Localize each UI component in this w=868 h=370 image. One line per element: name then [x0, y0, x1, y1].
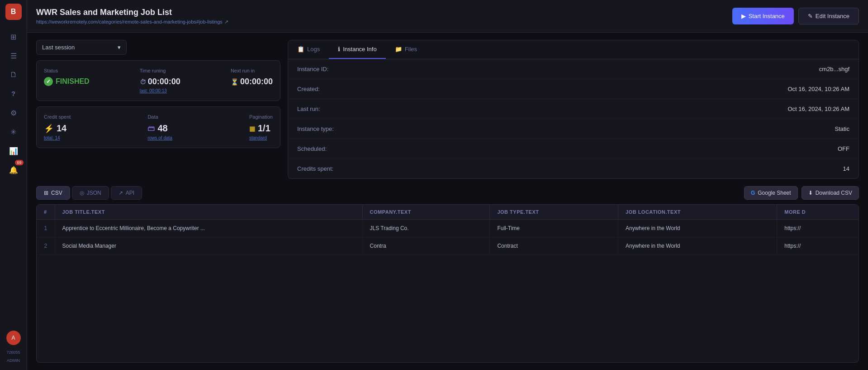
cell-job-title-2: Social Media Manager	[55, 237, 362, 255]
tab-json[interactable]: ◎ JSON	[72, 186, 109, 200]
page-url[interactable]: https://weworkremotely.com/categories/re…	[36, 19, 228, 25]
database-icon: 🗃	[147, 125, 155, 133]
table-row: 2 Social Media Manager Contra Contract A…	[37, 237, 859, 255]
data-sub[interactable]: rows of data	[147, 135, 172, 140]
topbar-actions: ▶ Start Instance ✎ Edit Instance	[732, 8, 859, 24]
main-area: WWR Sales and Marketing Job List https:/…	[27, 0, 868, 370]
pagination-block: Pagination ▦ 1/1 standard	[249, 114, 273, 140]
help-icon[interactable]: ?	[5, 86, 22, 102]
last-run-link[interactable]: last: 00:00:13	[140, 88, 180, 93]
instance-info-table: Instance ID: cm2b...shgf Created: Oct 16…	[288, 59, 859, 178]
user-credits: 726055	[6, 350, 20, 355]
credit-block: Credit spent ⚡ 14 total: 14	[44, 114, 71, 140]
instance-type-key: Instance type:	[297, 125, 334, 132]
folder-icon: 📁	[395, 46, 402, 53]
chart-icon[interactable]: 📊	[5, 143, 22, 159]
topbar: WWR Sales and Marketing Job List https:/…	[27, 0, 868, 33]
play-icon: ▶	[741, 13, 746, 19]
title-area: WWR Sales and Marketing Job List https:/…	[36, 8, 228, 25]
cell-num-1: 1	[37, 220, 55, 237]
time-running-block: Time runing ⏱ 00:00:00 last: 00:00:13	[140, 68, 180, 93]
time-running-value: ⏱ 00:00:00	[140, 77, 180, 86]
metrics-card: Credit spent ⚡ 14 total: 14 Data 🗃 48	[36, 106, 280, 148]
file-icon[interactable]: 🗋	[5, 67, 22, 83]
edit-instance-button[interactable]: ✎ Edit Instance	[798, 8, 859, 24]
info-row-created: Created: Oct 16, 2024, 10:26 AM	[288, 79, 859, 99]
notification-badge: 69	[15, 160, 23, 165]
tab-api[interactable]: ↗ API	[111, 186, 142, 200]
session-selector[interactable]: Last session ▾	[36, 40, 127, 55]
user-avatar[interactable]: A	[6, 331, 21, 345]
info-icon: ℹ	[338, 46, 340, 53]
page-title: WWR Sales and Marketing Job List	[36, 8, 228, 17]
tab-csv[interactable]: ⊞ CSV	[36, 186, 70, 200]
status-label: Status	[44, 68, 90, 73]
next-run-label: Next run in	[231, 68, 273, 73]
sidebar-bottom: A 726055 ADMIN	[6, 329, 21, 366]
instance-id-key: Instance ID:	[297, 66, 328, 72]
tab-files[interactable]: 📁 Files	[386, 40, 426, 59]
logs-icon: 📋	[297, 46, 304, 53]
data-value: 🗃 48	[147, 123, 172, 134]
created-val: Oct 16, 2024, 10:26 AM	[787, 86, 849, 92]
data-table: # JOB TITLE.TEXT COMPANY.TEXT JOB TYPE.T…	[37, 205, 859, 255]
cell-job-location-2: Anywhere in the World	[618, 237, 777, 255]
cell-more-2: https://	[777, 237, 859, 255]
instance-info-panel: 📋 Logs ℹ Instance Info 📁 Files Instance …	[288, 40, 859, 179]
format-tabs: ⊞ CSV ◎ JSON ↗ API	[36, 186, 142, 200]
tabs-bar: 📋 Logs ℹ Instance Info 📁 Files	[288, 40, 859, 59]
credit-sub[interactable]: total: 14	[44, 135, 71, 140]
data-table-wrapper: # JOB TITLE.TEXT COMPANY.TEXT JOB TYPE.T…	[36, 204, 859, 363]
content-area: Last session ▾ Status ✓ FINISHED Time ru…	[27, 33, 868, 370]
cell-job-location-1: Anywhere in the World	[618, 220, 777, 237]
data-block: Data 🗃 48 rows of data	[147, 114, 172, 140]
csv-icon: ⊞	[44, 190, 48, 196]
user-role: ADMIN	[7, 358, 20, 363]
api-icon: ↗	[119, 190, 123, 196]
col-job-type: JOB TYPE.TEXT	[490, 205, 618, 220]
left-panel: Last session ▾ Status ✓ FINISHED Time ru…	[36, 40, 280, 179]
google-sheet-button[interactable]: G Google Sheet	[744, 186, 798, 200]
lightning-icon: ⚡	[44, 124, 54, 134]
pagination-value: ▦ 1/1	[249, 123, 273, 134]
last-run-val: Oct 16, 2024, 10:26 AM	[787, 106, 849, 112]
status-block: Status ✓ FINISHED	[44, 68, 90, 93]
info-row-instance-type: Instance type: Static	[288, 119, 859, 139]
info-row-last-run: Last run: Oct 16, 2024, 10:26 AM	[288, 99, 859, 119]
google-icon: G	[751, 190, 755, 196]
status-card: Status ✓ FINISHED Time runing ⏱ 00:00:00…	[36, 60, 280, 101]
grid-icon[interactable]: ⊞	[5, 29, 22, 45]
page-icon: ▦	[249, 125, 255, 132]
bug-icon[interactable]: ✳	[5, 124, 22, 140]
start-instance-button[interactable]: ▶ Start Instance	[732, 8, 794, 24]
next-run-block: Next run in ⏳ 00:00:00	[231, 68, 273, 93]
export-buttons: G Google Sheet ⬇ Download CSV	[744, 186, 859, 200]
col-job-location: JOB LOCATION.TEXT	[618, 205, 777, 220]
cell-job-type-1: Full-Time	[490, 220, 618, 237]
bell-icon[interactable]: 🔔 69	[5, 162, 22, 178]
cell-job-title-1: Apprentice to Eccentric Millionaire, Bec…	[55, 220, 362, 237]
table-body: 1 Apprentice to Eccentric Millionaire, B…	[37, 220, 859, 255]
json-icon: ◎	[80, 190, 84, 196]
table-header-row: # JOB TITLE.TEXT COMPANY.TEXT JOB TYPE.T…	[37, 205, 859, 220]
info-row-scheduled: Scheduled: OFF	[288, 139, 859, 159]
tab-instance-info[interactable]: ℹ Instance Info	[329, 40, 385, 59]
tab-logs[interactable]: 📋 Logs	[288, 40, 329, 59]
download-icon: ⬇	[808, 190, 813, 196]
download-csv-button[interactable]: ⬇ Download CSV	[802, 186, 859, 200]
info-row-instance-id: Instance ID: cm2b...shgf	[288, 59, 859, 79]
pagination-sub[interactable]: standard	[249, 135, 273, 140]
info-row-credits: Credits spent: 14	[288, 159, 859, 178]
app-logo[interactable]: B	[5, 4, 22, 20]
instance-type-val: Static	[835, 125, 849, 132]
check-circle-icon: ✓	[44, 77, 53, 86]
last-run-key: Last run:	[297, 106, 320, 112]
instance-id-val: cm2b...shgf	[819, 66, 849, 72]
scheduled-key: Scheduled:	[297, 145, 327, 152]
table-row: 1 Apprentice to Eccentric Millionaire, B…	[37, 220, 859, 237]
col-job-title: JOB TITLE.TEXT	[55, 205, 362, 220]
chevron-down-icon: ▾	[118, 44, 121, 51]
clock-icon: ⏱	[140, 78, 146, 86]
list-icon[interactable]: ☰	[5, 48, 22, 64]
settings-icon[interactable]: ⚙	[5, 105, 22, 121]
